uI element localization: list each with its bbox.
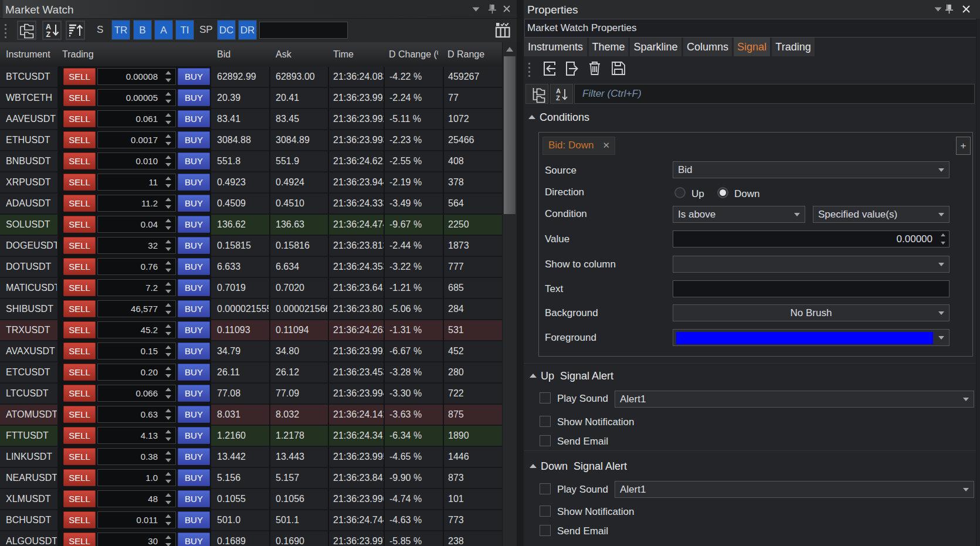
svg-text:A: A [556,87,561,94]
svg-text:Z: Z [46,30,51,39]
svg-text:A: A [46,23,51,31]
svg-text:Z: Z [556,94,560,101]
